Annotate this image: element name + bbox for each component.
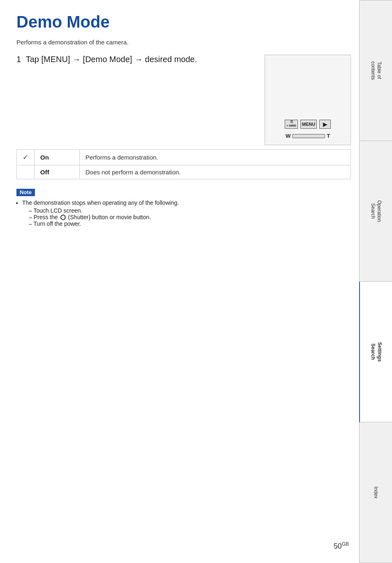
camera-play-button: ▶: [319, 120, 331, 129]
note-label: Note: [16, 189, 35, 196]
sidebar-tab-table-of-contents[interactable]: Table ofcontents: [359, 0, 392, 141]
page-number: 50GB: [334, 541, 349, 551]
sidebar: Table ofcontents OperationSearch Setting…: [359, 0, 392, 563]
table-row: ✓ On Performs a demonstration.: [17, 150, 351, 165]
row-on-name: On: [35, 150, 80, 165]
step1-text: Tap [MENU] → [Demo Mode] → desired mode.: [26, 55, 197, 64]
camera-menu-button: MENU: [300, 120, 317, 129]
zoom-label-w: W: [286, 133, 291, 139]
camera-grid-button: ☰≡ GRID: [285, 120, 298, 129]
sidebar-tab-settings-search[interactable]: SettingsSearch: [359, 282, 392, 422]
row-on-desc: Performs a demonstration.: [80, 150, 351, 165]
row-off-desc: Does not perform a demonstration.: [80, 165, 351, 179]
step1-line: 1 Tap [MENU] → [Demo Mode] → desired mod…: [16, 55, 265, 64]
page-subtitle: Performs a demonstration of the camera.: [16, 39, 351, 46]
row-on-check: ✓: [17, 150, 35, 165]
zoom-label-t: T: [327, 133, 330, 139]
sidebar-tab-operation-search[interactable]: OperationSearch: [359, 141, 392, 282]
sidebar-tab-index[interactable]: Index: [359, 422, 392, 563]
note-sub-item-3: Turn off the power.: [29, 220, 351, 227]
camera-buttons-row: ☰≡ GRID MENU ▶: [285, 120, 331, 129]
note-list: The demonstration stops when operating a…: [22, 199, 351, 227]
zoom-bar: [292, 134, 325, 138]
camera-zoom-row: W T: [286, 133, 330, 139]
camera-diagram: ☰≡ GRID MENU ▶ W T: [265, 55, 351, 145]
note-section: Note The demonstration stops when operat…: [16, 188, 351, 227]
row-off-name: Off: [35, 165, 80, 179]
step1-number: 1: [16, 55, 21, 64]
note-main-item: The demonstration stops when operating a…: [22, 199, 351, 227]
page-suffix: GB: [342, 541, 349, 547]
options-table: ✓ On Performs a demonstration. Off Does …: [16, 149, 351, 179]
note-sub-item-2: Press the (Shutter) button or movie butt…: [29, 214, 351, 220]
page-title: Demo Mode: [16, 12, 351, 31]
shutter-icon: [60, 215, 66, 220]
note-intro-text: The demonstration stops when operating a…: [22, 199, 179, 206]
note-sub-list: Touch LCD screen. Press the (Shutter) bu…: [29, 207, 351, 227]
note-sub-item-1: Touch LCD screen.: [29, 207, 351, 214]
step1-section: 1 Tap [MENU] → [Demo Mode] → desired mod…: [16, 55, 351, 145]
row-off-check: [17, 165, 35, 179]
table-row: Off Does not perform a demonstration.: [17, 165, 351, 179]
